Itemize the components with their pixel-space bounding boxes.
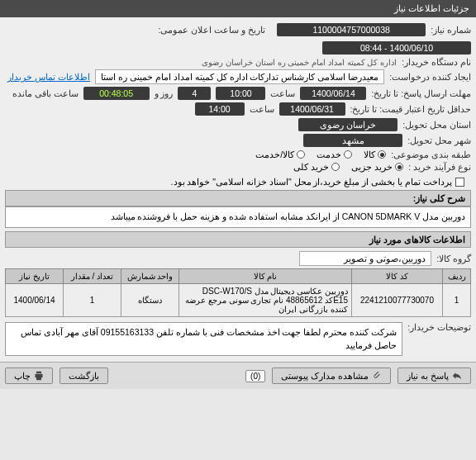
radio-dot-icon — [297, 150, 305, 159]
print-label: چاپ — [14, 371, 31, 381]
group-value: دوربین،صوتی و تصویر — [299, 251, 431, 266]
th-code: کد کالا — [352, 268, 443, 283]
province-label: استان محل تحویل: — [402, 120, 471, 130]
cell-name: دوربین عکاسی دیجیتال مدل DSC-W170/S E15ک… — [179, 283, 352, 316]
contact-link[interactable]: اطلاعات تماس خریدار — [7, 72, 90, 82]
radio-partial[interactable]: خرید جزیی — [351, 162, 403, 172]
th-name: نام کالا — [179, 268, 352, 283]
back-button[interactable]: بازگشت — [60, 368, 108, 384]
radio-total-label: خرید کلی — [293, 162, 329, 172]
pub-datetime-value: 1400/06/10 - 08:44 — [322, 41, 471, 55]
purchase-type-label: نوع فرآیند خرید : — [408, 162, 471, 172]
hour-label-2: ساعت — [250, 104, 274, 114]
radio-both-label: کالا/خدمت — [255, 149, 294, 159]
validity-time: 14:00 — [195, 102, 245, 116]
validity-label: حداقل تاریخ اعتبار قیمت: تا تاریخ: — [350, 104, 471, 114]
items-header: اطلاعات کالاهای مورد نیاز — [5, 231, 471, 248]
footer-toolbar: پاسخ به نیاز مشاهده مدارک پیوستی (0) باز… — [0, 362, 476, 389]
view-docs-button[interactable]: مشاهده مدارک پیوستی — [272, 368, 391, 384]
need-desc-text: دوربین مدل CANON 5DMARK V از ایرانکد مشا… — [5, 206, 471, 228]
cell-code: 2241210077730070 — [352, 283, 443, 316]
table-header-row: ردیف کد کالا نام کالا واحد شمارش تعداد /… — [6, 268, 471, 283]
validity-date: 1400/06/31 — [279, 102, 345, 116]
main-content: شماره نیاز: 1100004757000038 تاریخ و ساع… — [0, 17, 476, 362]
radio-dot-icon — [344, 150, 352, 159]
radio-goods-label: کالا — [364, 149, 375, 159]
buyer-notes-text: شرکت کننده محترم لطفا جهت اخذ مشخصات فنی… — [5, 322, 402, 357]
buyer-label: نام دستگاه خریدار: — [402, 57, 471, 67]
category-label: طبقه بندی موضوعی: — [391, 149, 471, 159]
th-unit: واحد شمارش — [121, 268, 179, 283]
radio-service-label: خدمت — [317, 149, 341, 159]
need-no-value: 1100004757000038 — [277, 23, 426, 36]
deadline-label: مهلت ارسال پاسخ: تا تاریخ: — [371, 88, 471, 98]
category-radio-group: کالا خدمت کالا/خدمت — [255, 149, 386, 159]
radio-both[interactable]: کالا/خدمت — [255, 149, 305, 159]
deadline-date: 1400/06/14 — [300, 87, 366, 100]
th-idx: ردیف — [443, 268, 471, 283]
cell-qty: 1 — [64, 283, 121, 316]
need-desc-header: شرح کلی نیاز: — [5, 190, 471, 206]
print-icon — [34, 371, 44, 381]
radio-dot-icon — [378, 150, 386, 159]
requester-label: ایجاد کننده درخواست: — [389, 72, 471, 82]
print-button[interactable]: چاپ — [5, 368, 53, 384]
items-table: ردیف کد کالا نام کالا واحد شمارش تعداد /… — [5, 268, 471, 317]
treasury-check[interactable]: پرداخت تمام یا بخشی از مبلغ خرید،از محل … — [171, 177, 464, 187]
group-label: گروه کالا: — [436, 254, 471, 263]
radio-goods[interactable]: کالا — [364, 149, 386, 159]
radio-total[interactable]: خرید کلی — [293, 162, 340, 172]
cell-date: 1400/06/14 — [6, 283, 64, 316]
radio-partial-label: خرید جزیی — [351, 162, 393, 172]
attachment-count: (0) — [245, 370, 265, 382]
reply-label: پاسخ به نیاز — [407, 371, 449, 381]
th-qty: تعداد / مقدار — [64, 268, 121, 283]
radio-dot-icon — [331, 163, 340, 171]
remaining-label: ساعت باقی مانده — [12, 88, 79, 98]
province-value: خراسان رضوی — [298, 118, 397, 131]
radio-service[interactable]: خدمت — [317, 149, 352, 159]
hour-label-1: ساعت — [270, 88, 295, 98]
dayand-label: روز و — [155, 88, 174, 98]
radio-dot-icon — [395, 163, 403, 171]
checkbox-icon — [455, 178, 464, 187]
view-docs-label: مشاهده مدارک پیوستی — [281, 371, 369, 381]
back-label: بازگشت — [69, 371, 99, 381]
th-date: تاریخ نیاز — [6, 268, 64, 283]
days-remaining: 4 — [178, 87, 211, 100]
city-value: مشهد — [303, 134, 402, 147]
need-no-label: شماره نیاز: — [431, 25, 471, 35]
window-titlebar: جزئیات اطلاعات نیاز — [0, 0, 476, 17]
purchase-radio-group: خرید جزیی خرید کلی — [293, 162, 403, 172]
treasury-note: پرداخت تمام یا بخشی از مبلغ خرید،از محل … — [171, 177, 452, 187]
buyer-notes-label: توضیحات خریدار: — [407, 322, 471, 332]
reply-icon — [452, 371, 462, 381]
requester-value: معیدرضا اسلامی کارشناس تدارکات اداره کل … — [95, 69, 384, 84]
deadline-time: 10:00 — [216, 87, 265, 100]
pub-datetime-label: تاریخ و ساعت اعلان عمومی: — [159, 25, 266, 35]
attachment-icon — [372, 371, 382, 381]
countdown-timer: 00:48:05 — [83, 87, 150, 100]
city-label: شهر محل تحویل: — [407, 135, 471, 145]
cell-unit: دستگاه — [121, 283, 179, 316]
table-row[interactable]: 1 2241210077730070 دوربین عکاسی دیجیتال … — [6, 283, 471, 316]
cell-idx: 1 — [443, 283, 471, 316]
reply-button[interactable]: پاسخ به نیاز — [397, 368, 471, 384]
buyer-value: اداره کل کمیته امداد امام خمینی ره استان… — [202, 58, 397, 67]
